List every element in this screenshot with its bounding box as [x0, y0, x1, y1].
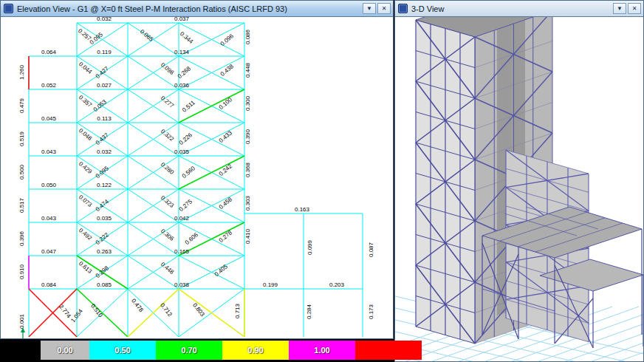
- svg-text:0.001: 0.001: [18, 313, 25, 329]
- elevation-titlebar[interactable]: Elevation View - G1 @ X=0 ft Steel P-M I…: [1, 1, 393, 17]
- svg-text:0.396: 0.396: [18, 230, 25, 246]
- svg-text:0.043: 0.043: [41, 148, 57, 155]
- svg-text:0.099: 0.099: [306, 239, 313, 255]
- svg-text:0.086: 0.086: [244, 29, 251, 44]
- svg-text:0.035: 0.035: [97, 215, 112, 222]
- svg-text:0.199: 0.199: [263, 281, 278, 288]
- svg-text:0.517: 0.517: [18, 197, 25, 213]
- window-menu-button[interactable]: ▼: [363, 3, 376, 14]
- svg-text:0.344: 0.344: [179, 30, 195, 45]
- svg-text:0.222: 0.222: [95, 231, 111, 246]
- svg-text:2.774: 2.774: [58, 304, 72, 320]
- window-controls: ▼ ✕: [613, 3, 641, 14]
- building-3d: [416, 17, 643, 348]
- svg-text:0.519: 0.519: [18, 131, 25, 146]
- svg-text:0.098: 0.098: [160, 61, 176, 76]
- svg-text:0.303: 0.303: [244, 195, 251, 211]
- svg-text:0.277: 0.277: [160, 95, 176, 109]
- svg-text:0.087: 0.087: [368, 242, 374, 257]
- svg-text:0.405: 0.405: [213, 263, 230, 278]
- legend-label: 0.00: [57, 346, 72, 355]
- svg-text:0.427: 0.427: [95, 65, 111, 80]
- svg-text:0.134: 0.134: [174, 49, 190, 55]
- elevation-canvas[interactable]: 0.0320.0370.0640.1190.1340.0520.0270.036…: [1, 17, 393, 338]
- legend-segment: 0.50: [89, 341, 156, 360]
- window-icon: [4, 4, 13, 13]
- svg-text:0.163: 0.163: [295, 206, 310, 213]
- svg-text:0.560: 0.560: [181, 165, 197, 180]
- svg-text:0.280: 0.280: [160, 161, 176, 176]
- view3d-canvas[interactable]: [395, 17, 643, 361]
- svg-text:0.065: 0.065: [139, 28, 155, 43]
- svg-text:0.448: 0.448: [244, 62, 251, 78]
- svg-text:0.032: 0.032: [97, 17, 112, 22]
- legend-segment: [355, 341, 422, 360]
- svg-text:0.037: 0.037: [174, 17, 190, 22]
- svg-text:0.119: 0.119: [97, 49, 112, 55]
- svg-text:0.100: 0.100: [218, 96, 234, 111]
- svg-text:0.500: 0.500: [18, 164, 25, 180]
- svg-text:0.429: 0.429: [78, 160, 94, 175]
- legend-label: 1.00: [314, 346, 329, 355]
- svg-text:0.803: 0.803: [191, 302, 206, 318]
- window-controls: ▼ ✕: [363, 3, 391, 14]
- view3d-area[interactable]: [395, 17, 643, 361]
- elevation-window-title: Elevation View - G1 @ X=0 ft Steel P-M I…: [17, 4, 359, 13]
- svg-text:0.226: 0.226: [178, 132, 194, 146]
- legend-segment: 0.00: [41, 341, 89, 360]
- svg-text:1.260: 1.260: [18, 64, 25, 80]
- svg-text:0.492: 0.492: [78, 227, 94, 242]
- svg-text:0.048: 0.048: [78, 127, 94, 142]
- svg-text:0.437: 0.437: [95, 132, 111, 146]
- svg-text:0.511: 0.511: [181, 99, 196, 114]
- svg-text:0.050: 0.050: [41, 182, 57, 188]
- svg-text:0.242: 0.242: [218, 163, 234, 177]
- legend-segment: 0.70: [156, 341, 222, 360]
- legend-label: 0.70: [181, 346, 196, 355]
- svg-text:0.323: 0.323: [160, 194, 176, 209]
- svg-text:0.036: 0.036: [174, 82, 190, 89]
- svg-text:0.448: 0.448: [160, 261, 176, 276]
- close-icon[interactable]: ✕: [628, 3, 641, 14]
- svg-text:0.306: 0.306: [160, 228, 176, 242]
- svg-text:0.035: 0.035: [174, 148, 190, 155]
- svg-text:0.713: 0.713: [234, 303, 241, 318]
- svg-text:0.084: 0.084: [41, 281, 57, 288]
- svg-text:0.275: 0.275: [178, 198, 194, 213]
- svg-text:0.458: 0.458: [218, 196, 234, 211]
- frame-members-colored: [29, 56, 244, 337]
- svg-text:0.032: 0.032: [97, 148, 112, 155]
- svg-text:0.165: 0.165: [174, 248, 190, 255]
- elevation-view-area[interactable]: 0.0320.0370.0640.1190.1340.0520.0270.036…: [1, 17, 393, 338]
- legend-segment: 1.00: [289, 341, 355, 360]
- svg-text:0.263: 0.263: [97, 248, 112, 255]
- svg-text:0.047: 0.047: [41, 248, 57, 255]
- svg-text:0.910: 0.910: [18, 264, 25, 279]
- svg-text:0.038: 0.038: [174, 281, 190, 288]
- svg-text:0.474: 0.474: [95, 198, 111, 213]
- svg-text:0.173: 0.173: [368, 304, 374, 319]
- window-menu-button[interactable]: ▼: [613, 3, 626, 14]
- member-value-labels: 0.0320.0370.0640.1190.1340.0520.0270.036…: [18, 17, 374, 329]
- svg-text:0.298: 0.298: [95, 264, 111, 279]
- svg-text:0.478: 0.478: [130, 298, 145, 314]
- close-icon[interactable]: ✕: [377, 3, 391, 14]
- svg-text:0.433: 0.433: [218, 129, 234, 144]
- svg-text:0.122: 0.122: [97, 182, 112, 188]
- legend-label: 0.50: [114, 346, 130, 355]
- svg-text:0.073: 0.073: [78, 194, 94, 208]
- svg-text:0.043: 0.043: [41, 215, 57, 222]
- svg-text:0.052: 0.052: [41, 82, 57, 89]
- svg-text:0.053: 0.053: [92, 98, 109, 113]
- view3d-window: 3-D View ▼ ✕: [394, 0, 644, 362]
- view3d-titlebar[interactable]: 3-D View ▼ ✕: [395, 1, 643, 17]
- svg-text:0.095: 0.095: [95, 165, 111, 180]
- svg-text:0.064: 0.064: [41, 49, 57, 55]
- view3d-window-title: 3-D View: [411, 4, 609, 13]
- legend-label: 0.90: [247, 346, 263, 355]
- frame-members: [29, 23, 363, 337]
- svg-text:0.479: 0.479: [18, 98, 25, 113]
- svg-text:0.410: 0.410: [244, 228, 251, 244]
- svg-text:0.606: 0.606: [184, 231, 200, 246]
- svg-text:0.203: 0.203: [329, 281, 345, 288]
